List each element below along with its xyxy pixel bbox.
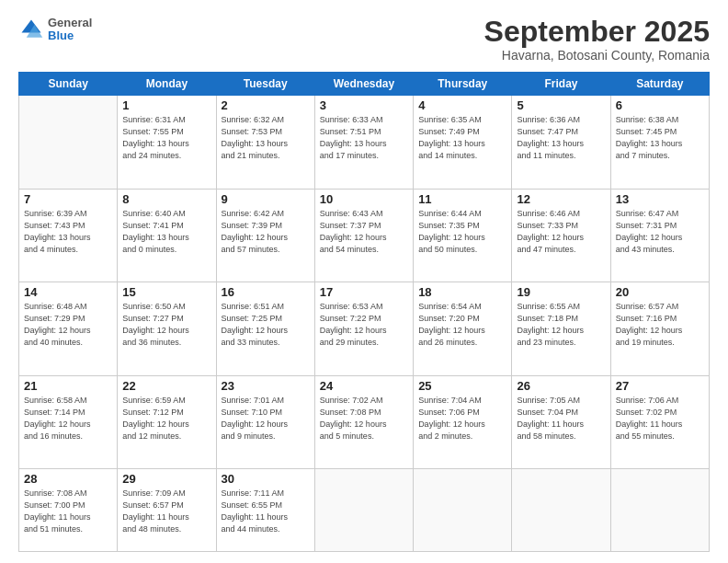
day-number: 6 bbox=[616, 98, 704, 112]
day-info: Sunrise: 6:58 AM Sunset: 7:14 PM Dayligh… bbox=[24, 395, 112, 442]
header-sunday: Sunday bbox=[19, 73, 118, 96]
day-number: 16 bbox=[222, 285, 310, 299]
header-tuesday: Tuesday bbox=[216, 73, 314, 96]
logo-blue: Blue bbox=[48, 29, 92, 42]
day-info: Sunrise: 6:48 AM Sunset: 7:29 PM Dayligh… bbox=[24, 301, 112, 349]
logo: General Blue bbox=[18, 17, 92, 43]
table-row: 21Sunrise: 6:58 AM Sunset: 7:14 PM Dayli… bbox=[19, 375, 118, 469]
day-info: Sunrise: 6:43 AM Sunset: 7:37 PM Dayligh… bbox=[320, 208, 408, 256]
table-row: 2Sunrise: 6:32 AM Sunset: 7:53 PM Daylig… bbox=[216, 96, 314, 190]
day-number: 11 bbox=[418, 192, 506, 206]
weekday-header-row: Sunday Monday Tuesday Wednesday Thursday… bbox=[19, 73, 710, 96]
table-row bbox=[610, 469, 709, 552]
day-number: 3 bbox=[320, 98, 408, 112]
day-number: 18 bbox=[418, 285, 506, 299]
header-thursday: Thursday bbox=[414, 73, 512, 96]
day-info: Sunrise: 6:39 AM Sunset: 7:43 PM Dayligh… bbox=[24, 208, 112, 256]
day-number: 15 bbox=[122, 285, 210, 299]
day-number: 9 bbox=[222, 192, 310, 206]
day-info: Sunrise: 6:36 AM Sunset: 7:47 PM Dayligh… bbox=[517, 114, 605, 162]
table-row: 18Sunrise: 6:54 AM Sunset: 7:20 PM Dayli… bbox=[414, 282, 512, 376]
day-number: 20 bbox=[616, 285, 704, 299]
day-info: Sunrise: 7:06 AM Sunset: 7:02 PM Dayligh… bbox=[616, 395, 704, 442]
day-number: 23 bbox=[222, 379, 310, 393]
table-row: 11Sunrise: 6:44 AM Sunset: 7:35 PM Dayli… bbox=[414, 189, 512, 282]
day-number: 2 bbox=[222, 98, 310, 112]
header-saturday: Saturday bbox=[610, 73, 709, 96]
table-row bbox=[314, 469, 413, 552]
day-number: 22 bbox=[122, 379, 210, 393]
day-info: Sunrise: 6:38 AM Sunset: 7:45 PM Dayligh… bbox=[616, 114, 704, 162]
table-row: 29Sunrise: 7:09 AM Sunset: 6:57 PM Dayli… bbox=[118, 469, 216, 552]
logo-icon bbox=[18, 17, 44, 42]
day-number: 4 bbox=[418, 98, 506, 112]
day-info: Sunrise: 7:08 AM Sunset: 7:00 PM Dayligh… bbox=[24, 488, 112, 535]
day-number: 26 bbox=[517, 379, 605, 393]
day-info: Sunrise: 6:53 AM Sunset: 7:22 PM Dayligh… bbox=[320, 301, 408, 349]
table-row: 13Sunrise: 6:47 AM Sunset: 7:31 PM Dayli… bbox=[610, 189, 709, 282]
day-info: Sunrise: 6:59 AM Sunset: 7:12 PM Dayligh… bbox=[122, 395, 210, 442]
day-info: Sunrise: 6:57 AM Sunset: 7:16 PM Dayligh… bbox=[616, 301, 704, 349]
day-info: Sunrise: 6:40 AM Sunset: 7:41 PM Dayligh… bbox=[122, 208, 210, 256]
table-row: 19Sunrise: 6:55 AM Sunset: 7:18 PM Dayli… bbox=[512, 282, 610, 376]
header: General Blue September 2025 Havarna, Bot… bbox=[18, 17, 710, 63]
table-row bbox=[19, 96, 118, 190]
day-info: Sunrise: 7:02 AM Sunset: 7:08 PM Dayligh… bbox=[320, 395, 408, 442]
logo-text: General Blue bbox=[48, 17, 92, 43]
day-info: Sunrise: 6:46 AM Sunset: 7:33 PM Dayligh… bbox=[517, 208, 605, 256]
day-number: 28 bbox=[24, 472, 112, 486]
table-row: 3Sunrise: 6:33 AM Sunset: 7:51 PM Daylig… bbox=[314, 96, 413, 190]
day-info: Sunrise: 7:04 AM Sunset: 7:06 PM Dayligh… bbox=[418, 395, 506, 442]
logo-general: General bbox=[48, 17, 92, 29]
table-row: 25Sunrise: 7:04 AM Sunset: 7:06 PM Dayli… bbox=[414, 375, 512, 469]
day-number: 7 bbox=[24, 192, 112, 206]
table-row: 27Sunrise: 7:06 AM Sunset: 7:02 PM Dayli… bbox=[610, 375, 709, 469]
table-row: 20Sunrise: 6:57 AM Sunset: 7:16 PM Dayli… bbox=[610, 282, 709, 376]
day-number: 1 bbox=[122, 98, 210, 112]
day-number: 13 bbox=[616, 192, 704, 206]
table-row: 26Sunrise: 7:05 AM Sunset: 7:04 PM Dayli… bbox=[512, 375, 610, 469]
day-number: 21 bbox=[24, 379, 112, 393]
day-info: Sunrise: 7:09 AM Sunset: 6:57 PM Dayligh… bbox=[122, 488, 210, 535]
table-row bbox=[414, 469, 512, 552]
table-row: 23Sunrise: 7:01 AM Sunset: 7:10 PM Dayli… bbox=[216, 375, 314, 469]
day-info: Sunrise: 6:44 AM Sunset: 7:35 PM Dayligh… bbox=[418, 208, 506, 256]
day-number: 8 bbox=[122, 192, 210, 206]
table-row: 12Sunrise: 6:46 AM Sunset: 7:33 PM Dayli… bbox=[512, 189, 610, 282]
day-number: 12 bbox=[517, 192, 605, 206]
table-row: 28Sunrise: 7:08 AM Sunset: 7:00 PM Dayli… bbox=[19, 469, 118, 552]
day-info: Sunrise: 6:50 AM Sunset: 7:27 PM Dayligh… bbox=[122, 301, 210, 349]
calendar-page: General Blue September 2025 Havarna, Bot… bbox=[0, 0, 728, 563]
header-monday: Monday bbox=[118, 73, 216, 96]
day-number: 5 bbox=[517, 98, 605, 112]
table-row: 8Sunrise: 6:40 AM Sunset: 7:41 PM Daylig… bbox=[118, 189, 216, 282]
day-info: Sunrise: 6:51 AM Sunset: 7:25 PM Dayligh… bbox=[222, 301, 310, 349]
day-number: 10 bbox=[320, 192, 408, 206]
table-row: 1Sunrise: 6:31 AM Sunset: 7:55 PM Daylig… bbox=[118, 96, 216, 190]
day-info: Sunrise: 7:05 AM Sunset: 7:04 PM Dayligh… bbox=[517, 395, 605, 442]
header-friday: Friday bbox=[512, 73, 610, 96]
table-row: 22Sunrise: 6:59 AM Sunset: 7:12 PM Dayli… bbox=[118, 375, 216, 469]
table-row: 17Sunrise: 6:53 AM Sunset: 7:22 PM Dayli… bbox=[314, 282, 413, 376]
calendar-table: Sunday Monday Tuesday Wednesday Thursday… bbox=[18, 72, 710, 552]
day-info: Sunrise: 6:54 AM Sunset: 7:20 PM Dayligh… bbox=[418, 301, 506, 349]
title-block: September 2025 Havarna, Botosani County,… bbox=[484, 17, 710, 63]
day-info: Sunrise: 6:55 AM Sunset: 7:18 PM Dayligh… bbox=[517, 301, 605, 349]
day-info: Sunrise: 7:11 AM Sunset: 6:55 PM Dayligh… bbox=[222, 488, 310, 535]
day-info: Sunrise: 6:31 AM Sunset: 7:55 PM Dayligh… bbox=[122, 114, 210, 162]
header-wednesday: Wednesday bbox=[314, 73, 413, 96]
day-number: 27 bbox=[616, 379, 704, 393]
table-row: 14Sunrise: 6:48 AM Sunset: 7:29 PM Dayli… bbox=[19, 282, 118, 376]
day-number: 19 bbox=[517, 285, 605, 299]
day-info: Sunrise: 6:32 AM Sunset: 7:53 PM Dayligh… bbox=[222, 114, 310, 162]
table-row: 10Sunrise: 6:43 AM Sunset: 7:37 PM Dayli… bbox=[314, 189, 413, 282]
table-row: 24Sunrise: 7:02 AM Sunset: 7:08 PM Dayli… bbox=[314, 375, 413, 469]
table-row: 9Sunrise: 6:42 AM Sunset: 7:39 PM Daylig… bbox=[216, 189, 314, 282]
location-subtitle: Havarna, Botosani County, Romania bbox=[484, 48, 710, 63]
day-info: Sunrise: 6:47 AM Sunset: 7:31 PM Dayligh… bbox=[616, 208, 704, 256]
day-number: 30 bbox=[222, 472, 310, 486]
table-row: 30Sunrise: 7:11 AM Sunset: 6:55 PM Dayli… bbox=[216, 469, 314, 552]
table-row: 7Sunrise: 6:39 AM Sunset: 7:43 PM Daylig… bbox=[19, 189, 118, 282]
day-info: Sunrise: 7:01 AM Sunset: 7:10 PM Dayligh… bbox=[222, 395, 310, 442]
table-row: 15Sunrise: 6:50 AM Sunset: 7:27 PM Dayli… bbox=[118, 282, 216, 376]
